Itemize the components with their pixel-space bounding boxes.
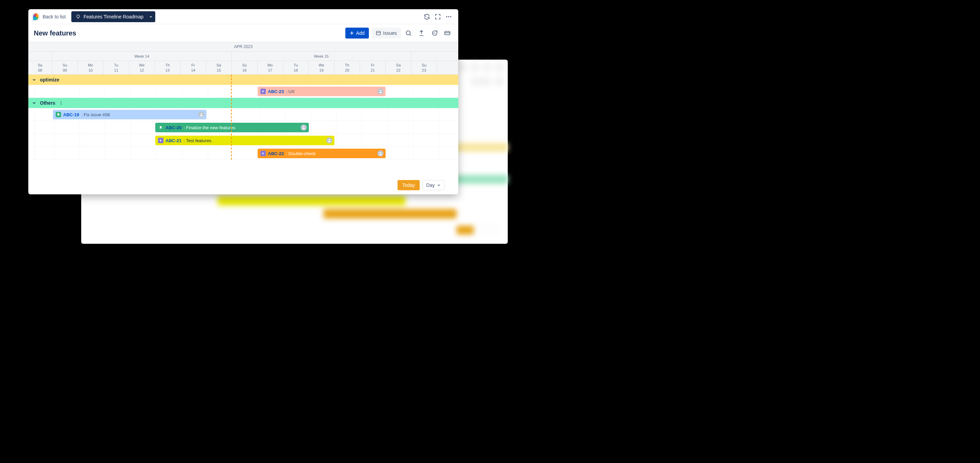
- assignee-avatar[interactable]: [377, 151, 383, 157]
- task-title: : Test features: [184, 138, 211, 143]
- day-cell: Mo17: [258, 61, 283, 75]
- issues-icon: [376, 30, 381, 36]
- group-label: Others: [40, 100, 55, 106]
- timeline-lane: ABC-19: Fix issue #08: [28, 108, 458, 121]
- main-window: Back to list Features Timeline Roadmap N…: [28, 9, 458, 194]
- roadmap-dropdown-toggle[interactable]: [146, 11, 155, 22]
- svg-point-1: [446, 16, 447, 17]
- expand-icon: [434, 13, 441, 20]
- upload-icon: [418, 30, 425, 36]
- story-type-icon: [158, 125, 164, 130]
- card-icon: [444, 30, 451, 36]
- task-bar-abc23[interactable]: ABC-23: UX: [258, 87, 386, 96]
- roadmap-selector-button[interactable]: Features Timeline Roadmap: [71, 11, 148, 22]
- zoom-label: Day: [426, 182, 435, 188]
- sync-icon: [423, 13, 430, 20]
- day-cell: Mo10: [78, 61, 103, 75]
- timeline-lane: ABC-22: Double-check: [28, 147, 458, 160]
- plus-icon: [349, 31, 354, 35]
- footer-controls: Today Day: [398, 180, 445, 190]
- lightbulb-icon: [75, 14, 81, 19]
- chevron-down-icon: [437, 183, 441, 187]
- comment-button[interactable]: [429, 28, 440, 38]
- add-button[interactable]: Add: [345, 28, 369, 38]
- week-cell: Week 14: [52, 51, 232, 61]
- timeline-body[interactable]: optimize ABC-23: UX Others: [28, 75, 458, 160]
- day-cell: Sa15: [206, 61, 232, 75]
- task-title: : Double-check: [286, 151, 316, 156]
- svg-point-5: [406, 31, 410, 35]
- task-bar-abc22[interactable]: ABC-22: Double-check: [258, 149, 386, 158]
- epic-type-icon: [260, 89, 266, 94]
- task-key: ABC-20: [165, 125, 181, 130]
- svg-point-14: [380, 152, 381, 154]
- roadmap-selector-label: Features Timeline Roadmap: [84, 14, 144, 19]
- timeline-lane: ABC-20: Finalize the new features: [28, 121, 458, 134]
- comment-icon: [431, 30, 438, 36]
- group-label: optimize: [40, 77, 59, 82]
- page-title: New features: [34, 29, 76, 37]
- sync-button[interactable]: [422, 11, 432, 22]
- chevron-down-icon: [32, 78, 37, 82]
- task-title: : Finalize the new features: [184, 125, 235, 130]
- collapse-toggle[interactable]: [32, 78, 37, 82]
- card-button[interactable]: [442, 28, 453, 38]
- today-button[interactable]: Today: [398, 180, 420, 190]
- svg-point-9: [61, 103, 61, 103]
- week-cell: Week 15: [232, 51, 411, 61]
- task-title: : Fix issue #08: [81, 112, 110, 117]
- day-cell: Fr14: [180, 61, 206, 75]
- day-cell: We19: [309, 61, 334, 75]
- day-cell: Tu18: [283, 61, 309, 75]
- svg-point-13: [329, 139, 330, 141]
- timeline: APR 2023 Week 14 Week 15 Sa08Su09Mo10Tu1…: [28, 42, 458, 160]
- svg-rect-4: [376, 32, 380, 35]
- day-cell: Sa22: [386, 61, 411, 75]
- task-bar-abc19[interactable]: ABC-19: Fix issue #08: [53, 110, 207, 119]
- day-cell: We12: [129, 61, 155, 75]
- task-key: ABC-19: [63, 112, 79, 117]
- task-bar-abc21[interactable]: ABC-21: Test features: [155, 136, 334, 145]
- search-icon: [405, 30, 412, 36]
- assignee-avatar[interactable]: [326, 137, 332, 144]
- zoom-selector[interactable]: Day: [422, 180, 445, 190]
- group-header-others[interactable]: Others: [28, 98, 458, 108]
- timeline-lane: ABC-23: UX: [28, 85, 458, 98]
- collapse-toggle[interactable]: [32, 101, 37, 105]
- back-to-list-link[interactable]: Back to list: [43, 14, 66, 19]
- svg-point-3: [450, 16, 451, 17]
- dots-vertical-icon: [59, 101, 64, 105]
- assignee-avatar[interactable]: [377, 88, 383, 94]
- assignee-avatar[interactable]: [301, 124, 307, 131]
- svg-point-0: [77, 15, 80, 17]
- export-button[interactable]: [416, 28, 427, 38]
- add-button-label: Add: [356, 30, 365, 36]
- group-menu-button[interactable]: [59, 101, 64, 105]
- task-key: ABC-23: [268, 89, 284, 94]
- svg-point-8: [61, 101, 61, 102]
- chevron-down-icon: [149, 15, 153, 19]
- day-cell: Sa08: [28, 61, 52, 75]
- task-bar-abc20[interactable]: ABC-20: Finalize the new features: [155, 123, 309, 132]
- app-logo-icon: [32, 13, 39, 21]
- day-cell: Su23: [412, 61, 437, 75]
- task-key: ABC-22: [268, 151, 284, 156]
- svg-point-2: [448, 16, 449, 17]
- assignee-avatar[interactable]: [198, 111, 204, 117]
- day-cell: Su16: [232, 61, 257, 75]
- timeline-lane: ABC-21: Test features: [28, 134, 458, 147]
- svg-point-7: [380, 90, 381, 91]
- issues-button[interactable]: Issues: [372, 28, 401, 38]
- title-bar: New features Add Issues: [28, 24, 458, 42]
- group-header-optimize[interactable]: optimize: [28, 75, 458, 85]
- epic-type-icon: [260, 151, 266, 156]
- chevron-down-icon: [32, 101, 37, 105]
- fullscreen-button[interactable]: [432, 11, 443, 22]
- day-cell: Su09: [52, 61, 78, 75]
- week-header: Week 14 Week 15: [28, 51, 458, 61]
- more-menu-button[interactable]: [443, 11, 454, 22]
- issues-button-label: Issues: [383, 30, 397, 36]
- svg-point-10: [61, 104, 61, 105]
- search-button[interactable]: [403, 28, 414, 38]
- task-key: ABC-21: [165, 138, 181, 143]
